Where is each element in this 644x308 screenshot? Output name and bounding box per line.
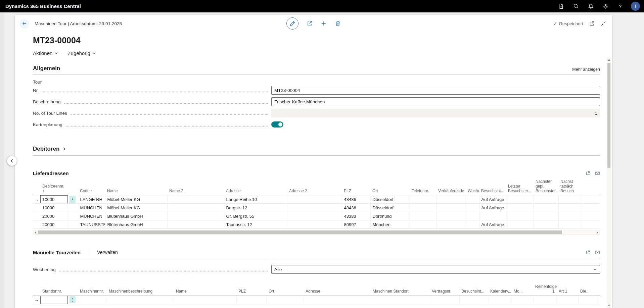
table-cell[interactable]: Düsseldorf — [370, 204, 410, 212]
table-cell[interactable]: 48436 — [342, 195, 370, 204]
table-cell[interactable] — [488, 296, 512, 304]
table-cell[interactable] — [287, 212, 342, 220]
mail-icon[interactable] — [595, 171, 600, 176]
column-header[interactable]: Standortnr. — [40, 284, 68, 296]
nr-input[interactable]: MT23-00004 — [271, 86, 600, 95]
column-header[interactable]: Adresse — [304, 284, 371, 296]
table-cell[interactable] — [167, 204, 224, 212]
table-cell[interactable]: München — [370, 220, 410, 229]
table-cell[interactable] — [287, 195, 342, 204]
search-icon[interactable] — [570, 1, 582, 11]
table-cell[interactable] — [287, 220, 342, 229]
table-cell[interactable] — [533, 296, 557, 304]
table-cell[interactable] — [506, 212, 534, 220]
column-header[interactable]: Maschinen Standort — [371, 284, 430, 296]
table-cell[interactable]: Auf Anfrage — [479, 204, 506, 212]
table-cell[interactable]: 10000 — [40, 204, 68, 212]
column-header[interactable]: Telefonnr. — [410, 179, 436, 195]
table-row[interactable]: 20000TAUNUSSTRBlütenhaus GmbHTaunusstr. … — [33, 220, 600, 229]
column-header[interactable]: Code ↑ — [78, 179, 105, 195]
table-cell[interactable]: Auf Anfrage — [479, 220, 506, 229]
column-header[interactable]: Besuchsint... — [459, 284, 488, 296]
column-header[interactable]: Nächst tatsäch Besuch — [558, 179, 581, 195]
table-cell[interactable]: LANGE RH — [78, 195, 105, 204]
column-header[interactable]: Verkäufercode — [436, 179, 466, 195]
table-cell[interactable]: 10000 — [40, 195, 68, 204]
table-row[interactable]: 10000MÜNCHENMöbel-Meller KGBergstr. 1248… — [33, 204, 600, 212]
table-row[interactable]: →⋮ — [33, 296, 600, 304]
table-cell[interactable] — [236, 296, 267, 304]
table-cell[interactable]: TAUNUSSTR — [78, 220, 105, 229]
row-menu-cell[interactable]: ⋮ — [68, 195, 78, 204]
table-cell[interactable] — [534, 204, 558, 212]
column-header[interactable]: Maschinenbeschreibung — [107, 284, 174, 296]
vertical-scrollbar[interactable] — [607, 57, 611, 308]
table-cell[interactable] — [174, 296, 236, 304]
share-button[interactable] — [307, 20, 313, 27]
column-header[interactable]: Kalenderw... — [488, 284, 512, 296]
column-header[interactable]: Name — [105, 179, 167, 195]
section-debitoren[interactable]: Debitoren — [33, 146, 600, 156]
table-cell[interactable] — [267, 296, 304, 304]
table-cell[interactable] — [78, 296, 107, 304]
table-cell[interactable] — [534, 212, 558, 220]
horizontal-scrollbar[interactable] — [33, 230, 600, 235]
table-cell[interactable] — [557, 296, 578, 304]
table-cell[interactable] — [410, 212, 436, 220]
column-header[interactable]: Reihenfolge 1 — [533, 284, 557, 296]
table-cell[interactable]: Dortmund — [370, 212, 410, 220]
delete-button[interactable] — [335, 20, 341, 27]
table-cell[interactable]: Bergstr. 12 — [224, 204, 287, 212]
kartenplanung-toggle[interactable] — [271, 121, 283, 127]
show-more-link[interactable]: Mehr anzeigen — [572, 67, 600, 72]
column-header[interactable]: Vertragsnr. — [430, 284, 459, 296]
table-cell[interactable]: Blütenhaus GmbH — [105, 220, 167, 229]
table-cell[interactable] — [410, 220, 436, 229]
table-cell[interactable] — [506, 220, 534, 229]
help-icon[interactable]: ? — [614, 1, 626, 11]
table-cell[interactable]: Gr. Bergstr. 55 — [224, 212, 287, 220]
mail-icon[interactable] — [595, 250, 600, 255]
table-cell[interactable]: Düsseldorf — [370, 195, 410, 204]
copilot-icon[interactable] — [555, 1, 567, 11]
table-cell[interactable]: MÜNCHEN — [78, 204, 105, 212]
column-header[interactable]: Name 2 — [167, 179, 224, 195]
share-icon[interactable] — [585, 171, 590, 176]
column-header[interactable]: Debitorennr. ↑ — [40, 179, 68, 195]
table-cell[interactable] — [167, 212, 224, 220]
row-menu-cell[interactable] — [68, 220, 78, 229]
table-cell[interactable] — [479, 212, 506, 220]
table-row[interactable]: →10000⋮LANGE RHMöbel-Meller KGLange Reih… — [33, 195, 600, 204]
row-menu-button[interactable]: ⋮ — [70, 196, 76, 203]
row-selector-cell[interactable] — [33, 204, 40, 212]
notifications-icon[interactable] — [585, 1, 597, 11]
table-cell[interactable] — [558, 195, 581, 204]
table-cell[interactable] — [512, 296, 533, 304]
table-cell[interactable]: 43383 — [342, 212, 370, 220]
table-cell[interactable]: 48436 — [342, 204, 370, 212]
table-cell[interactable]: 80997 — [342, 220, 370, 229]
table-cell[interactable]: Auf Anfrage — [479, 195, 506, 204]
row-menu-cell[interactable] — [68, 212, 78, 220]
row-menu-cell[interactable]: ⋮ — [68, 296, 78, 304]
open-in-window-icon[interactable] — [589, 21, 595, 26]
table-cell[interactable] — [466, 220, 479, 229]
table-cell[interactable] — [107, 296, 174, 304]
column-header[interactable]: PLZ — [236, 284, 267, 296]
table-cell[interactable] — [558, 220, 581, 229]
table-cell[interactable] — [578, 296, 597, 304]
table-cell[interactable] — [430, 296, 459, 304]
table-cell[interactable] — [506, 204, 534, 212]
table-cell[interactable] — [558, 204, 581, 212]
wochentag-select[interactable]: Alle — [271, 265, 600, 274]
collapse-icon[interactable] — [601, 21, 606, 26]
table-cell[interactable]: Lange Reihe 10 — [224, 195, 287, 204]
column-header[interactable]: Ort — [370, 179, 410, 195]
share-icon[interactable] — [585, 250, 590, 255]
table-cell[interactable] — [534, 220, 558, 229]
avatar[interactable]: I — [631, 2, 640, 11]
table-cell[interactable]: Taunusstr. 12 — [224, 220, 287, 229]
table-cell[interactable]: 20000 — [40, 212, 68, 220]
table-cell[interactable] — [558, 212, 581, 220]
table-cell[interactable] — [436, 195, 466, 204]
